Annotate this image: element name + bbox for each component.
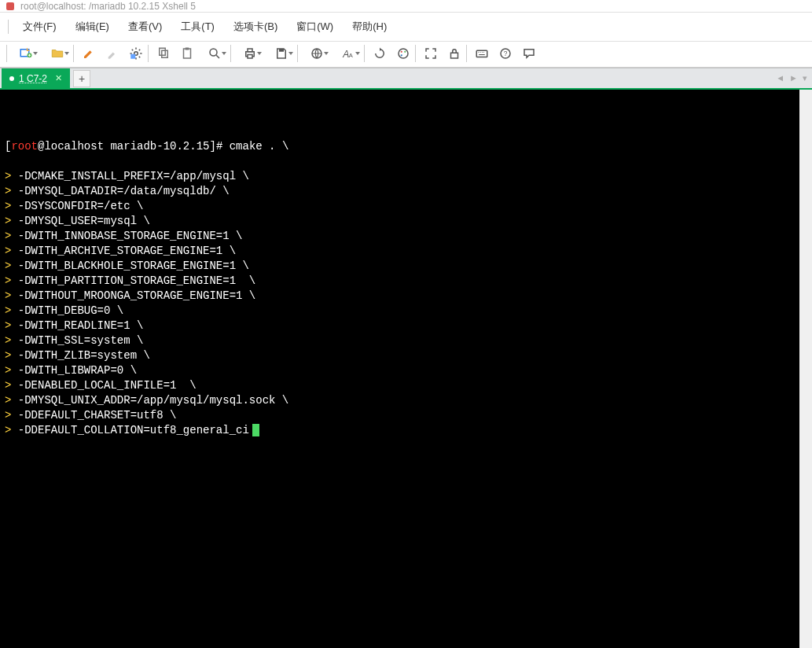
terminal-line: > -DMYSQL_UNIX_ADDR=/app/mysql/mysql.soc… [5, 393, 795, 408]
prompt-symbol: # [216, 140, 222, 153]
svg-rect-3 [130, 54, 135, 59]
svg-rect-6 [184, 49, 191, 58]
refresh-button[interactable] [369, 43, 390, 64]
menu-tools[interactable]: 工具(T) [171, 17, 224, 36]
svg-point-19 [401, 54, 402, 56]
toolbar-separator [466, 45, 467, 62]
chat-button[interactable] [519, 43, 539, 64]
terminal-line: > -DWITH_READLINE=1 \ [5, 318, 795, 333]
chat-icon [522, 46, 536, 61]
toolbar-separator [73, 45, 74, 62]
terminal-line: > -DDEFAULT_COLLATION=utf8_general_ci [5, 423, 795, 438]
app-icon [6, 2, 14, 10]
terminal-line: > -DENABLED_LOCAL_INFILE=1 \ [5, 378, 795, 393]
new-session-icon [19, 46, 33, 61]
fullscreen-button[interactable] [421, 43, 441, 64]
menu-help[interactable]: 帮助(H) [343, 17, 396, 36]
menu-edit[interactable]: 编辑(E) [66, 17, 119, 36]
font-button[interactable]: AA [334, 43, 362, 64]
prompt-user: root [11, 140, 38, 153]
terminal-line: > -DWITH_BLACKHOLE_STORAGE_ENGINE=1 \ [5, 259, 795, 274]
gear-icon [129, 46, 143, 61]
terminal-prompt-line: [root@localhost mariadb-10.2.15]# cmake … [5, 139, 795, 154]
paste-button[interactable] [177, 43, 197, 64]
menu-file[interactable]: 文件(F) [13, 17, 66, 36]
svg-rect-11 [248, 55, 252, 59]
keyboard-button[interactable] [472, 43, 492, 64]
menu-separator [8, 20, 9, 34]
svg-text:?: ? [504, 50, 508, 57]
print-button[interactable] [236, 43, 264, 64]
menu-window[interactable]: 窗口(W) [287, 17, 343, 36]
add-tab-button[interactable]: + [73, 70, 90, 87]
svg-text:A: A [349, 52, 353, 59]
toolbar-separator [230, 45, 231, 62]
scrollbar-thumb[interactable] [801, 93, 810, 140]
terminal-line: > -DWITH_PARTITION_STORAGE_ENGINE=1 \ [5, 274, 795, 289]
properties-button[interactable] [126, 43, 146, 64]
palette-icon [396, 46, 410, 61]
terminal-line: > -DWITH_INNOBASE_STORAGE_ENGINE=1 \ [5, 229, 795, 244]
save-button[interactable] [267, 43, 296, 64]
menu-tabs[interactable]: 选项卡(B) [224, 17, 287, 36]
terminal-line: > -DDEFAULT_CHARSET=utf8 \ [5, 408, 795, 423]
plus-icon: + [79, 72, 85, 85]
title-bar: root@localhost: /mariadb 10.2.15 Xshell … [0, 0, 812, 13]
svg-rect-21 [476, 50, 487, 57]
terminal-line: > -DMYSQL_USER=mysql \ [5, 214, 795, 229]
svg-rect-10 [248, 49, 252, 52]
terminal-line: > -DWITH_ZLIB=system \ [5, 348, 795, 363]
menu-view[interactable]: 查看(V) [119, 17, 171, 36]
disconnect-button[interactable] [102, 43, 123, 64]
tab-session-1[interactable]: 1 C7-2 ✕ [2, 68, 70, 89]
tab-bar: 1 C7-2 ✕ + ◄ ► ▾ [0, 68, 812, 90]
tab-nav: ◄ ► ▾ [776, 73, 807, 83]
printer-icon [243, 46, 257, 61]
terminal[interactable]: [root@localhost mariadb-10.2.15]# cmake … [0, 90, 812, 648]
font-icon: AA [341, 46, 355, 61]
terminal-line: > -DSYSCONFDIR=/etc \ [5, 199, 795, 214]
svg-rect-7 [186, 48, 189, 50]
terminal-line: > -DCMAKE_INSTALL_PREFIX=/app/mysql \ [5, 169, 795, 184]
open-button[interactable] [43, 43, 72, 64]
keyboard-icon [475, 46, 489, 61]
menu-bar: 文件(F) 编辑(E) 查看(V) 工具(T) 选项卡(B) 窗口(W) 帮助(… [0, 13, 812, 42]
prompt-path: mariadb-10.2.15 [110, 140, 209, 153]
svg-text:A: A [342, 49, 349, 60]
reconnect-button[interactable] [79, 43, 99, 64]
copy-icon [156, 46, 171, 61]
terminal-line: > -DWITH_ARCHIVE_STORAGE_ENGINE=1 \ [5, 244, 795, 259]
search-icon [208, 46, 222, 61]
paste-icon [180, 46, 194, 61]
svg-point-17 [401, 51, 402, 53]
toolbar: AA ? [0, 42, 812, 68]
copy-button[interactable] [153, 43, 174, 64]
folder-open-icon [50, 46, 64, 61]
find-button[interactable] [200, 43, 229, 64]
terminal-line: > -DWITHOUT_MROONGA_STORAGE_ENGINE=1 \ [5, 289, 795, 304]
help-button[interactable]: ? [495, 43, 516, 64]
tab-list-icon[interactable]: ▾ [803, 73, 807, 83]
tab-close-icon[interactable]: ✕ [55, 73, 62, 83]
terminal-line: > -DMYSQL_DATADIR=/data/mysqldb/ \ [5, 184, 795, 199]
terminal-command: cmake . \ [230, 140, 289, 153]
fullscreen-icon [424, 46, 438, 61]
toolbar-separator [6, 45, 7, 62]
color-scheme-button[interactable] [393, 43, 413, 64]
window-title: root@localhost: /mariadb 10.2.15 Xshell … [20, 1, 196, 12]
svg-point-18 [404, 51, 406, 53]
svg-point-16 [399, 49, 408, 58]
help-icon: ? [498, 46, 513, 61]
toolbar-separator [364, 45, 365, 62]
tab-prev-icon[interactable]: ◄ [776, 73, 784, 83]
refresh-icon [373, 46, 387, 61]
pencil-icon [82, 46, 96, 61]
svg-rect-20 [451, 53, 458, 58]
encoding-button[interactable] [303, 43, 331, 64]
tab-next-icon[interactable]: ► [789, 73, 798, 83]
lock-button[interactable] [444, 43, 465, 64]
save-icon [274, 46, 288, 61]
svg-rect-12 [279, 49, 284, 52]
toolbar-separator [415, 45, 416, 62]
new-session-button[interactable] [12, 43, 40, 64]
